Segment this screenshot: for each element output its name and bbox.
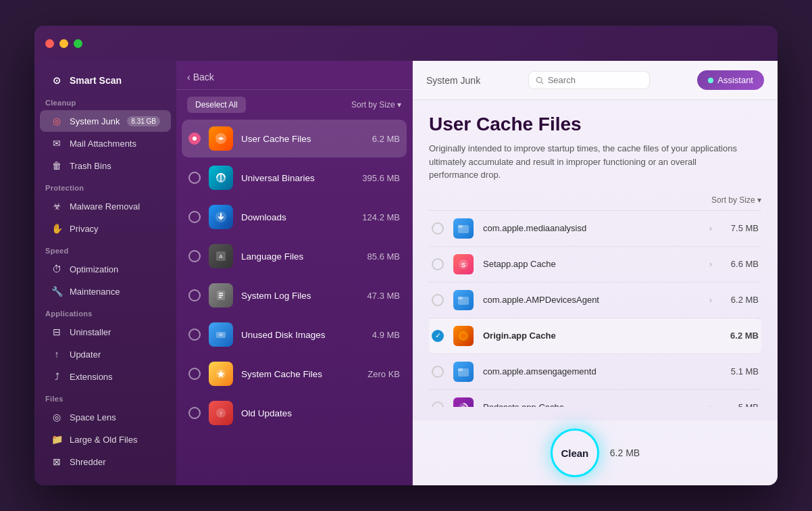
right-item-size: 5 MB [721, 402, 759, 407]
back-button[interactable]: ‹ Back [187, 72, 214, 82]
list-item[interactable]: System Log Files 47.3 MB [182, 276, 407, 314]
right-item-radio[interactable] [432, 258, 444, 270]
right-item-name: com.apple.mediaanalysisd [483, 223, 700, 233]
mail-icon: ✉ [51, 137, 63, 149]
system-log-icon [209, 283, 233, 308]
sidebar-item-trash-bins[interactable]: 🗑 Trash Bins [40, 155, 171, 176]
right-item-name: com.apple.amsengagementd [483, 366, 712, 376]
sidebar-item-system-junk[interactable]: ◎ System Junk 8.31 GB [40, 110, 171, 132]
item-radio-checked[interactable] [188, 132, 201, 145]
chevron-right-icon: › [709, 403, 712, 408]
right-list-item[interactable]: com.apple.AMPDevicesAgent › 6.2 MB [429, 283, 761, 318]
section-label-files: Files [34, 388, 176, 406]
list-item[interactable]: User Cache Files 6.2 MB [182, 120, 407, 157]
right-list-item[interactable]: com.apple.amsengagementd 5.1 MB [429, 354, 761, 390]
svg-point-24 [461, 333, 466, 339]
item-radio[interactable] [188, 407, 201, 419]
malware-icon: ☣ [51, 200, 63, 212]
clean-button[interactable]: Clean [551, 429, 599, 477]
item-radio[interactable] [188, 250, 201, 262]
privacy-icon: ✋ [51, 222, 63, 235]
universal-binaries-icon [209, 166, 233, 190]
assistant-button[interactable]: Assistant [697, 70, 764, 90]
back-chevron-icon: ‹ [187, 72, 191, 82]
middle-toolbar: Deselect All Sort by Size ▾ [176, 90, 412, 120]
right-list-item[interactable]: S Setapp.app Cache › 6.6 MB [429, 247, 761, 283]
list-item[interactable]: System Cache Files Zero KB [182, 355, 407, 393]
space-lens-icon: ◎ [51, 411, 63, 423]
sidebar-item-space-lens[interactable]: ◎ Space Lens [40, 406, 171, 428]
list-item[interactable]: A Language Files 85.6 MB [182, 237, 407, 275]
search-bar[interactable] [528, 71, 650, 89]
close-button[interactable] [45, 39, 54, 48]
list-item-size: 395.6 MB [362, 173, 400, 183]
system-junk-badge: 8.31 GB [127, 116, 160, 126]
sidebar-item-extensions[interactable]: ⤴ Extensions [40, 366, 171, 387]
setapp-icon: S [453, 254, 474, 274]
right-list-item[interactable]: Origin.app Cache 6.2 MB [429, 318, 761, 354]
sidebar-item-shredder[interactable]: ⊠ Shredder [40, 451, 171, 472]
right-item-radio[interactable] [432, 366, 444, 378]
list-item[interactable]: Universal Binaries 395.6 MB [182, 159, 407, 197]
svg-point-11 [219, 333, 223, 336]
sidebar-item-mail-attachments[interactable]: ✉ Mail Attachments [40, 132, 171, 154]
maximize-button[interactable] [74, 39, 82, 48]
list-item-name: System Cache Files [241, 369, 359, 379]
smart-scan-label: Smart Scan [70, 75, 122, 86]
assistant-dot-icon [708, 78, 713, 83]
sort-by-size-right[interactable]: Sort by Size ▾ [711, 195, 761, 205]
assistant-label: Assistant [717, 75, 753, 85]
right-item-name: Setapp.app Cache [483, 259, 700, 269]
minimize-button[interactable] [59, 39, 68, 48]
sidebar-item-optimization[interactable]: ⏱ Optimization [40, 258, 171, 280]
sidebar-item-smart-scan[interactable]: ⊙ Smart Scan [40, 70, 171, 91]
section-label-protection: Protection [34, 177, 176, 195]
chevron-right-icon: › [709, 295, 712, 305]
right-list-header: Sort by Size ▾ [429, 193, 761, 211]
search-input[interactable] [548, 75, 642, 85]
folder-icon [453, 218, 474, 239]
middle-list: User Cache Files 6.2 MB Universal Binari… [176, 120, 412, 485]
space-lens-label: Space Lens [70, 412, 116, 422]
right-item-radio[interactable] [432, 222, 444, 235]
clean-button-container: Clean 6.2 MB [413, 420, 778, 485]
right-item-radio[interactable] [432, 402, 444, 408]
language-files-icon: A [209, 244, 233, 268]
svg-text:A: A [219, 253, 223, 260]
system-cache-icon [209, 362, 233, 386]
back-label: Back [193, 72, 214, 82]
item-radio[interactable] [188, 289, 201, 301]
svg-point-15 [536, 77, 542, 82]
sidebar-item-malware-removal[interactable]: ☣ Malware Removal [40, 195, 171, 217]
item-radio[interactable] [188, 172, 201, 184]
list-item[interactable]: Unused Disk Images 4.9 MB [182, 316, 407, 354]
middle-panel: ‹ Back Deselect All Sort by Size ▾ User … [176, 61, 413, 485]
right-item-size: 5.1 MB [721, 366, 759, 376]
chevron-right-icon: › [709, 224, 712, 233]
sort-by-size-middle[interactable]: Sort by Size ▾ [351, 100, 401, 110]
sidebar-item-privacy[interactable]: ✋ Privacy [40, 218, 171, 239]
item-radio[interactable] [188, 328, 201, 341]
right-list: com.apple.mediaanalysisd › 7.5 MB S Seta… [429, 211, 761, 408]
right-header: System Junk Assistant [413, 61, 778, 100]
right-list-item[interactable]: Podcasts.app Cache › 5 MB [429, 390, 761, 408]
svg-rect-26 [458, 368, 463, 371]
sidebar-item-updater[interactable]: ↑ Updater [40, 343, 171, 365]
item-radio[interactable] [188, 368, 201, 380]
system-junk-icon: ◎ [51, 115, 63, 127]
right-list-item[interactable]: com.apple.mediaanalysisd › 7.5 MB [429, 211, 761, 247]
deselect-all-button[interactable]: Deselect All [187, 97, 246, 113]
right-item-radio-checked[interactable] [432, 330, 444, 342]
sidebar-item-uninstaller[interactable]: ⊟ Uninstaller [40, 321, 171, 343]
list-item[interactable]: ↑ Old Updates [182, 394, 407, 432]
right-content: User Cache Files Originally intended to … [413, 100, 778, 420]
item-radio[interactable] [188, 211, 201, 223]
list-item-name: Old Updates [241, 408, 392, 418]
breadcrumb-system-junk: System Junk [426, 75, 480, 86]
list-item[interactable]: Downloads 124.2 MB [182, 198, 407, 236]
disk-images-icon [209, 322, 233, 347]
sidebar-item-large-old-files[interactable]: 📁 Large & Old Files [40, 429, 171, 450]
svg-line-16 [541, 82, 543, 84]
right-item-radio[interactable] [432, 294, 444, 306]
sidebar-item-maintenance[interactable]: 🔧 Maintenance [40, 281, 171, 302]
